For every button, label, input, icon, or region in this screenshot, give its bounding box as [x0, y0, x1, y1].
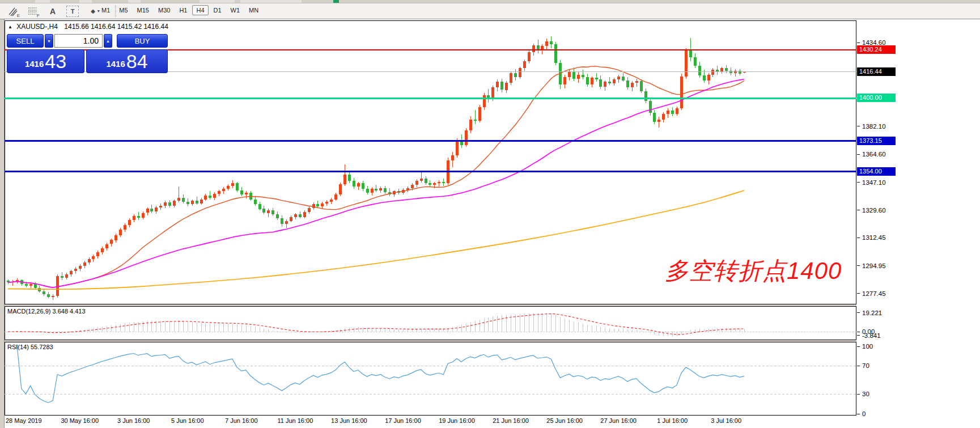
- time-axis-label: 25 Jun 16:00: [546, 417, 583, 424]
- price-line-badge-1430.24[interactable]: 1430.24: [857, 45, 896, 54]
- top-strip-fragment: [79, 0, 92, 3]
- timeframe-group: M1M5M15M30H1H4D1W1MN: [97, 5, 264, 15]
- timeframe-button-MN[interactable]: MN: [245, 5, 262, 15]
- bid-pips: 43: [45, 52, 66, 71]
- text-icon-letter: A: [50, 7, 56, 16]
- ma-mid: [8, 79, 744, 288]
- chart-title: ▲ XAUUSD-,H4 1415.66 1416.64 1415.42 141…: [8, 23, 168, 31]
- time-axis-label: 17 Jun 16:00: [385, 417, 421, 424]
- bid-base: 1416: [25, 59, 44, 69]
- symbol-label: XAUUSD-,H4: [16, 23, 58, 31]
- tick-dash: [857, 182, 860, 183]
- tick-dash: [857, 366, 860, 366]
- rsi-scale-label: 0: [857, 410, 866, 417]
- top-strip-fragment: [200, 0, 235, 3]
- timeframe-button-M30[interactable]: M30: [154, 5, 174, 15]
- ohlc-values: 1415.66 1416.64 1415.42 1416.44: [64, 23, 168, 31]
- fibonacci-icon-letter: F: [37, 13, 40, 18]
- ask-price-box[interactable]: 1416 84: [86, 49, 168, 73]
- time-axis-label: 3 Jun 16:00: [117, 417, 150, 424]
- time-axis-label: 19 Jun 16:00: [439, 417, 475, 424]
- timeframe-button-W1[interactable]: W1: [227, 5, 244, 15]
- collapse-arrow-icon[interactable]: ▲: [8, 24, 12, 29]
- tick-dash: [857, 154, 860, 155]
- volume-input[interactable]: [54, 34, 103, 48]
- top-strip-fragment: [35, 0, 50, 3]
- timeframe-button-H1[interactable]: H1: [175, 5, 191, 15]
- price-axis-tick: 1277.45: [857, 290, 886, 297]
- rsi-scale-label: 100: [857, 343, 873, 350]
- macd-scale-label: 19.221: [857, 310, 882, 316]
- time-axis-label: 13 Jun 16:00: [331, 417, 367, 424]
- top-strip-fragment-green: [333, 0, 339, 3]
- macd-histogram: [9, 313, 745, 337]
- top-strip-fragment: [128, 0, 141, 3]
- time-axis-label: 28 May 2019: [6, 417, 42, 424]
- volume-down-spinner[interactable]: ▼: [45, 34, 53, 48]
- tick-dash: [857, 414, 860, 414]
- tick-dash: [857, 293, 860, 294]
- volume-up-spinner[interactable]: ▲: [104, 34, 112, 48]
- text-icon[interactable]: A: [46, 6, 59, 17]
- rsi-scale-label: 70: [857, 362, 869, 369]
- tick-dash: [857, 312, 860, 313]
- price-line-badge-1373.15[interactable]: 1373.15: [857, 137, 896, 145]
- text-label-icon-letter: T: [71, 8, 75, 15]
- time-axis-label: 27 Jun 16:00: [600, 417, 637, 424]
- tick-dash: [857, 335, 860, 336]
- time-axis-label: 1 Jul 16:00: [657, 417, 688, 424]
- pitchfork-icon[interactable]: E: [7, 6, 19, 17]
- timeframe-button-H4[interactable]: H4: [192, 5, 208, 15]
- price-axis-tick: 1294.95: [857, 262, 886, 269]
- ma-slow: [8, 190, 744, 289]
- timeframe-button-M1[interactable]: M1: [97, 5, 114, 15]
- mt4-terminal: E F A T ◆ ▾ M1M5M15M30H1H4D1W1MN: [0, 0, 980, 428]
- chart-annotation-text[interactable]: 多空转折点1400: [665, 255, 842, 287]
- fibonacci-icon[interactable]: F: [27, 6, 39, 17]
- tick-dash: [857, 43, 860, 43]
- ask-base: 1416: [106, 59, 125, 69]
- tick-dash: [857, 126, 860, 126]
- tick-dash: [857, 210, 860, 210]
- price-axis-tick: 1312.45: [857, 234, 886, 241]
- pitchfork-icon-letter: E: [17, 13, 20, 18]
- time-axis-label: 7 Jun 16:00: [225, 417, 258, 424]
- price-axis-tick: 1347.10: [857, 179, 886, 186]
- price-line-badge-1354.00[interactable]: 1354.00: [857, 167, 896, 176]
- ma-fast: [8, 66, 744, 287]
- tick-dash: [857, 346, 860, 347]
- time-axis-label: 21 Jun 16:00: [493, 417, 529, 424]
- text-label-icon[interactable]: T: [66, 6, 79, 17]
- time-axis-label: 5 Jun 16:00: [171, 417, 204, 424]
- price-axis-tick: 1329.60: [857, 207, 886, 214]
- time-axis-label: 11 Jun 16:00: [277, 417, 313, 424]
- rsi-label: RSI(14) 55.7283: [7, 344, 53, 350]
- rsi-scale-label: 30: [857, 391, 869, 397]
- one-click-trade-panel: SELL ▼ ▲ BUY 1416 43 1416 84: [7, 34, 168, 93]
- timeframe-button-D1[interactable]: D1: [210, 5, 226, 15]
- timeframe-button-M15[interactable]: M15: [133, 5, 153, 15]
- tick-dash: [857, 265, 860, 266]
- price-line-badge-1400.00[interactable]: 1400.00: [857, 94, 896, 102]
- timeframe-button-M5[interactable]: M5: [115, 5, 131, 15]
- sell-button[interactable]: SELL: [7, 34, 44, 48]
- bid-price-box[interactable]: 1416 43: [7, 49, 84, 73]
- macd-label: MACD(12,26,9) 3.648 4.413: [7, 308, 86, 315]
- buy-button[interactable]: BUY: [117, 34, 168, 48]
- price-line-badge-1416.44[interactable]: 1416.44: [857, 67, 896, 76]
- chart-window: 1434.601382.101364.601347.101329.601312.…: [0, 19, 980, 428]
- time-axis-label: 3 Jul 16:00: [711, 417, 741, 424]
- top-strip-fragment: [240, 0, 302, 3]
- tick-dash: [857, 238, 860, 238]
- price-axis-tick: 1382.10: [857, 123, 886, 130]
- macd-scale-label: -3.841: [857, 332, 881, 339]
- rsi-line: [17, 345, 744, 403]
- ask-pips: 84: [126, 52, 148, 71]
- time-axis-label: 30 May 16:00: [61, 417, 99, 424]
- price-axis-tick: 1364.60: [857, 151, 886, 158]
- tick-dash: [857, 394, 860, 395]
- shapes-icon-glyph: ◆: [91, 8, 95, 14]
- toolbar: E F A T ◆ ▾ M1M5M15M30H1H4D1W1MN: [0, 3, 980, 19]
